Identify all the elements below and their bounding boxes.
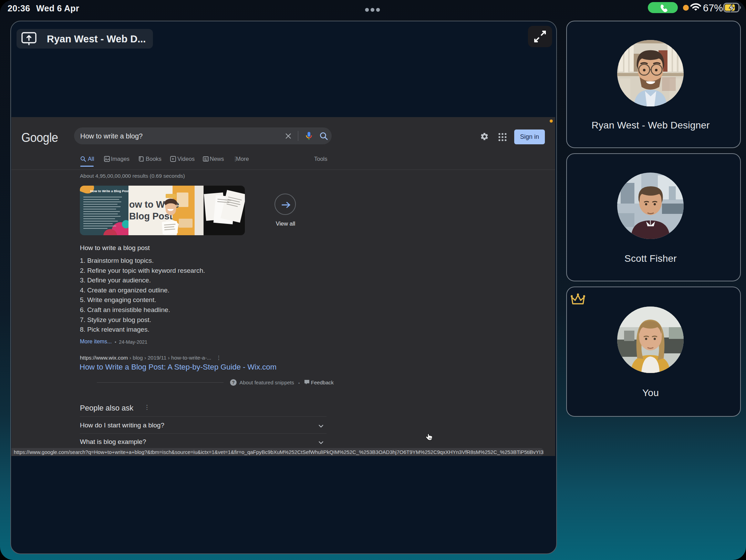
- svg-text:Blog Post: Blog Post: [129, 211, 173, 221]
- svg-text:How to Write a Blog Post: How to Write a Blog Post: [90, 189, 128, 193]
- svg-text:?: ?: [232, 380, 235, 385]
